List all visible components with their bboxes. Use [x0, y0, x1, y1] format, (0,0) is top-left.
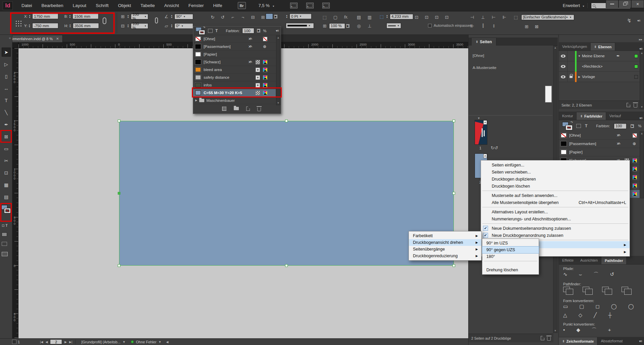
- autofit-checkbox[interactable]: [428, 24, 432, 27]
- wrap-none-icon[interactable]: ◎: [356, 23, 362, 29]
- layers-scrollbar[interactable]: ▲ ▼: [640, 51, 644, 109]
- x-stepper[interactable]: [29, 14, 31, 18]
- corner-radius-stepper[interactable]: [386, 14, 388, 18]
- formatting-affects-container-icon[interactable]: [208, 29, 213, 33]
- menu-item[interactable]: Hilfe: [209, 1, 226, 10]
- distribute-icon[interactable]: ⊩: [501, 14, 508, 20]
- dropdown-scrollbar[interactable]: ▲ ▼: [276, 36, 280, 105]
- master-item-ohne[interactable]: [Ohne]: [473, 54, 484, 58]
- swatch-row[interactable]: [Papier] ✕ ⊕: [559, 148, 640, 156]
- ruler-origin-corner[interactable]: [12, 42, 18, 48]
- tint-field[interactable]: 100: [614, 123, 627, 129]
- selection-handle[interactable]: [452, 120, 455, 122]
- new-spread-icon[interactable]: [541, 336, 544, 340]
- bottom-tabs-menu-icon[interactable]: ▾≡: [639, 339, 644, 345]
- gap-tool[interactable]: ↔: [2, 84, 11, 93]
- width-field[interactable]: 1506 mm: [72, 13, 99, 19]
- menu-item[interactable]: Drehung löschen: [482, 267, 539, 273]
- apply-color-button[interactable]: [2, 232, 7, 236]
- tab-pathfinder[interactable]: Pathfinder: [601, 256, 627, 264]
- twirl-icon[interactable]: ▶: [195, 99, 197, 102]
- scale-x-stepper[interactable]: [127, 14, 129, 18]
- selection-handle[interactable]: [452, 192, 455, 195]
- direct-selection-tool[interactable]: ▷: [2, 60, 11, 69]
- vertical-ruler[interactable]: 2000150010005000500: [12, 48, 18, 338]
- selection-handle[interactable]: [452, 264, 455, 267]
- opacity-field[interactable]: 100 %: [329, 23, 345, 29]
- page-1-number[interactable]: 1: [479, 146, 481, 150]
- stroke-weight-field[interactable]: 0 Pt: [289, 13, 312, 19]
- swatch-row[interactable]: bleed area ✕ ⊕: [193, 66, 276, 74]
- stroke-style-dropdown[interactable]: [286, 23, 314, 28]
- smooth-point-icon[interactable]: ⌒: [592, 327, 597, 333]
- width-stepper[interactable]: [69, 14, 71, 18]
- first-page-button[interactable]: |◀: [40, 340, 43, 344]
- height-stepper[interactable]: [69, 24, 71, 28]
- convert-rectangle-icon[interactable]: ▭: [563, 303, 568, 309]
- fit-content-proportionally-icon[interactable]: ⊡: [413, 14, 420, 20]
- panel-preset-2-button[interactable]: [306, 3, 314, 8]
- exclude-overlap-icon[interactable]: [622, 287, 628, 292]
- menu-item[interactable]: Druckbogenansicht drehen ▶: [409, 239, 481, 246]
- collapse-dock-icon[interactable]: ▸▸: [639, 38, 642, 41]
- scale-x-field[interactable]: 100 %: [131, 14, 148, 19]
- menu-item[interactable]: Datei: [17, 1, 36, 10]
- menu-item[interactable]: Layout: [69, 1, 91, 10]
- close-path-icon[interactable]: ⌒: [593, 271, 598, 278]
- tab-verknuepfungen[interactable]: Verknüpfungen: [559, 43, 590, 51]
- control-panel-menu-icon[interactable]: ▾≡: [637, 19, 640, 22]
- align-left-icon[interactable]: ⊣: [469, 14, 476, 20]
- shear-stepper[interactable]: [171, 24, 173, 28]
- preflight-profile-dropdown[interactable]: [Grundprofil] (Arbeitsb... ▼: [82, 340, 126, 344]
- tab-ebenen[interactable]: ⇕ Ebenen: [590, 43, 615, 51]
- constrain-scale-icon[interactable]: [155, 17, 158, 23]
- select-bounding-icon[interactable]: ⬚: [321, 14, 328, 20]
- opacity-arrow-icon[interactable]: ▶: [346, 24, 350, 28]
- reference-point-selector[interactable]: [15, 20, 21, 26]
- note-tool[interactable]: ▤: [2, 192, 11, 201]
- preflight-panel-icon[interactable]: [12, 340, 16, 344]
- height-field[interactable]: 3506 mm: [73, 23, 99, 28]
- menu-item[interactable]: ✔ Musterseite auf Seiten anwenden... ▶: [481, 192, 630, 199]
- page-1-thumbnail[interactable]: A: [475, 120, 487, 145]
- layer-row[interactable]: ▼ Meine Ebene ✒: [559, 51, 640, 61]
- convert-polygon-icon[interactable]: ◇: [579, 312, 583, 318]
- lock-cell[interactable]: [568, 61, 575, 72]
- menu-item[interactable]: ✔ Neue Druckbogenanordnung zulassen ▶: [481, 232, 630, 239]
- swatch-row[interactable]: [Ohne] ✕ ⊕: [193, 35, 276, 43]
- menu-item[interactable]: ✔ Seiten verschieben... ▶: [481, 168, 630, 176]
- swatch-row[interactable]: [Passermarken] ✕ ⊕: [559, 140, 640, 148]
- menu-item[interactable]: ✔ ▶: [481, 222, 630, 225]
- stroke-proxy[interactable]: [199, 30, 205, 34]
- convert-line-icon[interactable]: ╱: [594, 312, 597, 318]
- stroke-swatch[interactable]: [4, 208, 10, 213]
- panel-preset-1-button[interactable]: [290, 3, 298, 8]
- menu-item[interactable]: Fenster: [184, 1, 208, 10]
- layer-selection-square[interactable]: [634, 75, 638, 79]
- y-field[interactable]: -750 mm: [32, 23, 58, 28]
- menu-item[interactable]: Schrift: [92, 1, 112, 10]
- rotation-field[interactable]: 90°: [174, 14, 193, 19]
- new-layer-icon[interactable]: [627, 103, 630, 107]
- align-center-icon[interactable]: ⊥: [480, 14, 486, 20]
- master-spread-thumbnail[interactable]: [545, 86, 552, 102]
- scroll-left-icon[interactable]: ◀: [166, 340, 168, 344]
- line-tool[interactable]: ╲: [2, 108, 11, 117]
- scroll-down-icon[interactable]: ▼: [276, 101, 280, 105]
- formatting-affects-text-icon[interactable]: T: [585, 124, 587, 128]
- scissors-tool[interactable]: ✂: [2, 156, 11, 165]
- corner-radius-field[interactable]: 4,233 mm: [390, 14, 413, 19]
- apply-none-button[interactable]: [2, 242, 7, 246]
- scroll-up-icon[interactable]: ▲: [640, 52, 644, 55]
- scale-y-field[interactable]: 100 %: [131, 23, 148, 29]
- scroll-up-icon[interactable]: ▲: [553, 46, 557, 49]
- tab-effekte[interactable]: Effekte: [559, 256, 577, 264]
- lock-cell[interactable]: [568, 51, 575, 61]
- fill-frame-proportionally-icon[interactable]: ⊡: [423, 14, 430, 20]
- visibility-cell[interactable]: [559, 61, 568, 72]
- swatch-row[interactable]: infos ✕ ⊕: [193, 81, 276, 89]
- layers-panel-menu-icon[interactable]: ▾≡: [637, 47, 644, 51]
- rotate-ccw-icon[interactable]: ↺: [219, 14, 226, 20]
- symmetrical-point-icon[interactable]: +: [608, 327, 611, 333]
- object-style-dropdown[interactable]: [Einfacher Grafikrahmen]+: [521, 14, 574, 20]
